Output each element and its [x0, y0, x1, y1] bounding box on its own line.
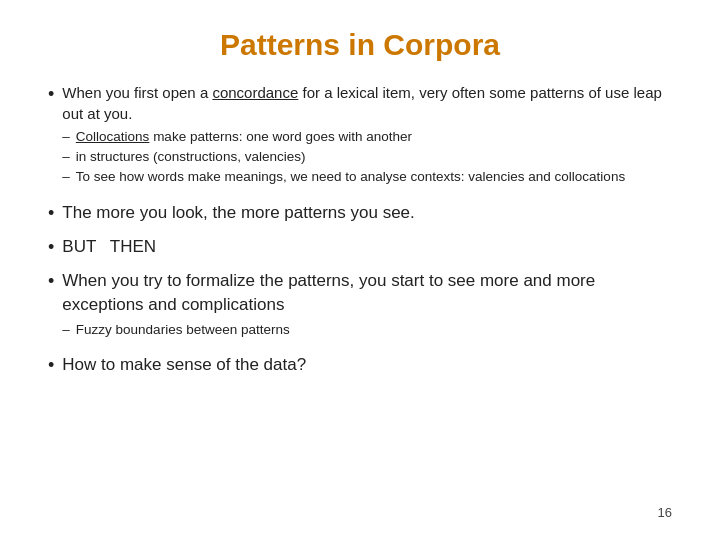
sub-dash-2: – — [62, 148, 70, 166]
bullet-text-1: When you first open a concordance for a … — [62, 82, 672, 187]
bullet-dot-2: • — [48, 202, 54, 225]
bullet-dot-1: • — [48, 83, 54, 106]
concordance-link: concordance — [212, 84, 298, 101]
collocations-label: Collocations — [76, 129, 150, 144]
slide-content: • When you first open a concordance for … — [48, 82, 672, 497]
bullet-item-3: • BUT THEN — [48, 235, 672, 259]
sub-item-1: – Collocations make patterns: one word g… — [62, 128, 672, 146]
bullet-item-2: • The more you look, the more patterns y… — [48, 201, 672, 225]
bullet-dot-4: • — [48, 270, 54, 293]
sub-text-4: Fuzzy boundaries between patterns — [76, 321, 290, 339]
slide-title: Patterns in Corpora — [48, 28, 672, 62]
bullet-text-5: How to make sense of the data? — [62, 353, 306, 377]
bullet-dot-5: • — [48, 354, 54, 377]
sub-list-1: – Collocations make patterns: one word g… — [62, 128, 672, 187]
sub-item-2: – in structures (constructions, valencie… — [62, 148, 672, 166]
sub-item-3: – To see how words make meanings, we nee… — [62, 168, 672, 186]
sub-item-4: – Fuzzy boundaries between patterns — [62, 321, 672, 339]
sub-list-4: – Fuzzy boundaries between patterns — [62, 321, 672, 339]
bullet-text-2: The more you look, the more patterns you… — [62, 201, 414, 225]
bullet-item-5: • How to make sense of the data? — [48, 353, 672, 377]
bullet-text-3: BUT THEN — [62, 235, 156, 259]
sub-text-1: Collocations make patterns: one word goe… — [76, 128, 412, 146]
sub-dash-1: – — [62, 128, 70, 146]
page-number: 16 — [48, 497, 672, 520]
bullet-text-4: When you try to formalize the patterns, … — [62, 271, 595, 314]
sub-text-2: in structures (constructions, valencies) — [76, 148, 306, 166]
sub-text-3: To see how words make meanings, we need … — [76, 168, 625, 186]
bullet-text-4-container: When you try to formalize the patterns, … — [62, 269, 672, 339]
bullet-item-4: • When you try to formalize the patterns… — [48, 269, 672, 339]
sub-dash-4: – — [62, 321, 70, 339]
bullet-item-1: • When you first open a concordance for … — [48, 82, 672, 187]
sub-dash-3: – — [62, 168, 70, 186]
slide: Patterns in Corpora • When you first ope… — [0, 0, 720, 540]
bullet-dot-3: • — [48, 236, 54, 259]
